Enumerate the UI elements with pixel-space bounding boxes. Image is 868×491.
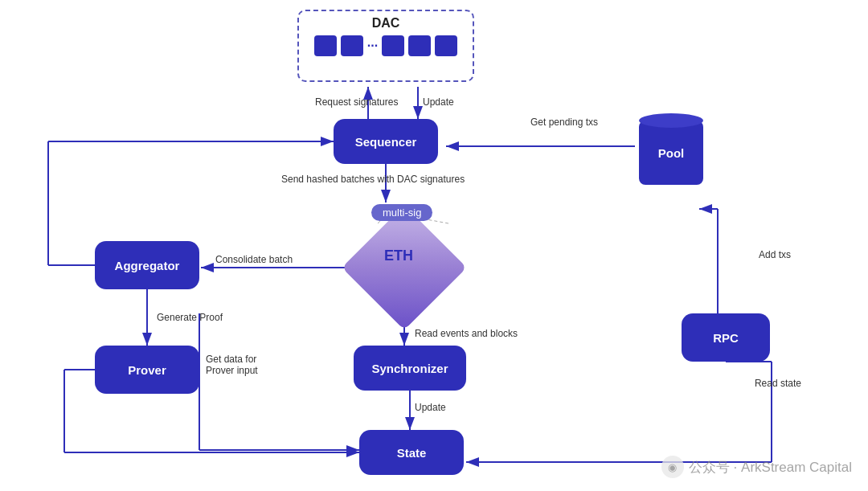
dac-block-2 [341,35,363,56]
add-txs-label: Add txs [759,249,791,260]
dac-block-5 [435,35,457,56]
pool-label: Pool [658,146,685,160]
watermark-icon: ◉ [661,456,684,478]
get-data-prover-text: Get data forProver input [206,354,258,376]
rpc-label: RPC [713,331,739,345]
watermark: ◉ 公众号 · ArkStream Capital [661,456,852,478]
dac-ellipsis: ··· [367,39,378,53]
consolidate-batch-label: Consolidate batch [215,254,293,265]
eth-label: ETH [384,248,413,264]
dac-box: DAC ··· [297,10,474,82]
pool-top [639,113,703,128]
dac-label: DAC [372,16,400,31]
pool-body: Pool [639,121,703,185]
generate-proof-label: Generate Proof [157,312,223,323]
aggregator-node: Aggregator [95,241,199,289]
sequencer-node: Sequencer [334,119,438,164]
eth-diamond [342,205,467,330]
update-state-label: Update [415,402,446,413]
aggregator-label: Aggregator [115,259,180,272]
get-pending-txs-label: Get pending txs [530,117,598,128]
read-events-blocks-label: Read events and blocks [415,328,518,339]
sequencer-label: Sequencer [355,135,417,149]
send-hashed-batches-label: Send hashed batches with DAC signatures [281,174,465,185]
multisig-label: multi-sig [383,207,421,219]
diagram-container: DAC ··· Request signatures Update Sequen… [0,0,868,491]
state-label: State [397,446,427,460]
synchronizer-node: Synchronizer [354,346,466,391]
pool-cylinder: Pool [635,113,707,193]
update-label: Update [423,96,454,108]
rpc-node: RPC [682,313,770,362]
watermark-icon-char: ◉ [668,461,677,473]
request-signatures-label: Request signatures [315,96,398,108]
read-state-label: Read state [755,378,801,389]
state-node: State [359,430,464,475]
synchronizer-label: Synchronizer [371,362,448,375]
get-data-prover-label: Get data forProver input [206,354,258,376]
multisig-pill: multi-sig [371,204,432,221]
dac-blocks: ··· [314,35,457,56]
dac-block-3 [382,35,404,56]
dac-block-4 [408,35,431,56]
watermark-text: 公众号 · ArkStream Capital [689,458,852,477]
prover-label: Prover [128,363,166,377]
prover-node: Prover [95,346,199,394]
dac-block-1 [314,35,337,56]
